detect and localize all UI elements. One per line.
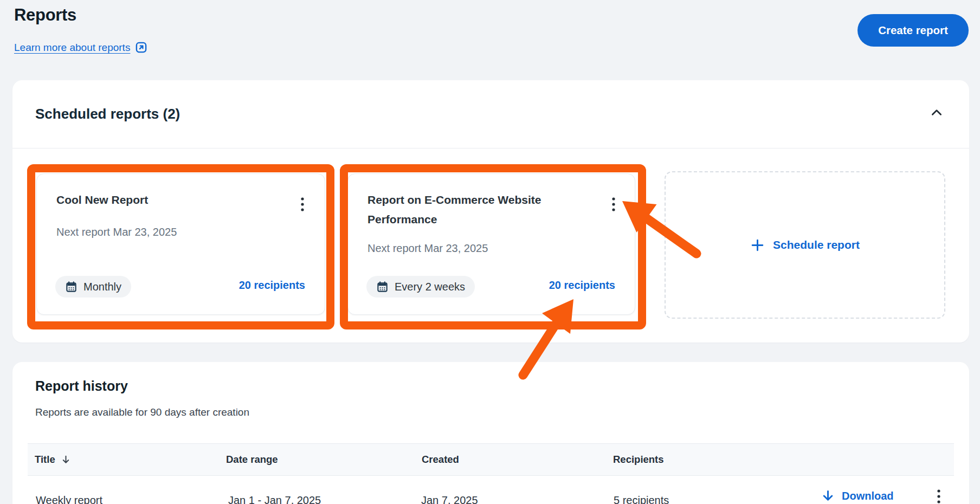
kebab-icon	[611, 196, 616, 213]
report-card-title: Cool New Report	[56, 190, 148, 210]
report-history-subtitle: Reports are available for 90 days after …	[35, 406, 249, 418]
download-link[interactable]: Download	[821, 489, 894, 503]
row-created-cell: Jan 7, 2025	[421, 491, 478, 504]
column-label: Recipients	[613, 454, 664, 466]
scheduled-reports-title: Scheduled reports (2)	[35, 106, 180, 122]
calendar-icon	[65, 281, 78, 293]
table-header-row: Title Date range Created Recipients	[28, 443, 954, 476]
column-label: Title	[35, 454, 55, 466]
learn-more-label: Learn more about reports	[14, 42, 130, 54]
frequency-label: Monthly	[83, 281, 121, 293]
schedule-report-label: Schedule report	[773, 238, 860, 251]
recipients-link[interactable]: 20 recipients	[549, 279, 615, 292]
frequency-badge: Monthly	[55, 276, 131, 298]
frequency-badge: Every 2 weeks	[366, 276, 475, 298]
learn-more-link[interactable]: Learn more about reports	[14, 41, 147, 54]
column-header-recipients: Recipients	[613, 444, 664, 475]
frequency-label: Every 2 weeks	[395, 281, 465, 293]
column-label: Created	[422, 454, 459, 466]
plus-icon	[750, 238, 765, 253]
kebab-menu-button[interactable]	[294, 196, 311, 213]
column-header-title[interactable]: Title	[35, 444, 71, 475]
collapse-section-button[interactable]	[928, 104, 945, 121]
panel-divider	[12, 148, 969, 148]
column-header-created: Created	[422, 444, 459, 475]
row-date-range-cell: Jan 1 - Jan 7, 2025	[228, 491, 321, 504]
row-kebab-menu-button[interactable]	[930, 488, 947, 504]
column-label: Date range	[226, 454, 278, 466]
kebab-icon	[300, 196, 305, 213]
row-recipients-cell: 5 recipients	[614, 491, 669, 504]
kebab-menu-button[interactable]	[605, 196, 622, 213]
download-icon	[821, 489, 835, 503]
scheduled-report-card-2[interactable]: Report on E-Commerce Website Performance…	[347, 173, 635, 315]
scheduled-report-card-1[interactable]: Cool New Report Next report Mar 23, 2025…	[36, 173, 325, 315]
column-header-date-range: Date range	[226, 444, 278, 475]
calendar-icon	[376, 281, 389, 293]
page-title: Reports	[14, 5, 76, 25]
report-history-title: Report history	[35, 378, 128, 394]
sort-descending-icon	[61, 455, 71, 465]
schedule-report-button[interactable]: Schedule report	[665, 171, 945, 319]
row-title-cell: Weekly report	[36, 491, 102, 504]
create-report-button[interactable]: Create report	[858, 14, 969, 47]
recipients-link[interactable]: 20 recipients	[239, 279, 305, 292]
kebab-icon	[936, 488, 942, 504]
next-report-date: Next report Mar 23, 2025	[368, 242, 488, 255]
download-label: Download	[842, 490, 894, 502]
next-report-date: Next report Mar 23, 2025	[56, 226, 177, 238]
external-link-icon	[135, 41, 147, 54]
reports-page: Reports Learn more about reports Create …	[0, 0, 980, 504]
report-history-panel: Report history Reports are available for…	[12, 362, 969, 504]
chevron-up-icon	[930, 106, 944, 120]
report-card-title: Report on E-Commerce Website Performance	[368, 190, 569, 229]
